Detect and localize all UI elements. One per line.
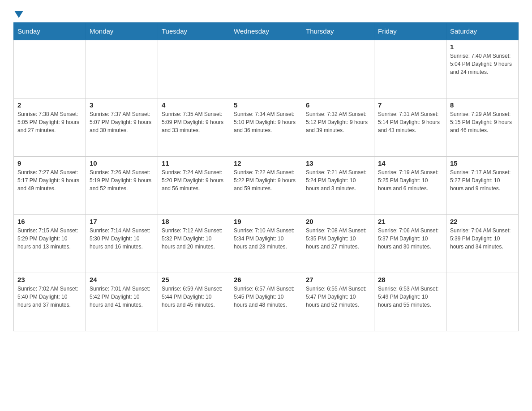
calendar-cell: 15Sunrise: 7:17 AM Sunset: 5:27 PM Dayli… — [446, 156, 519, 214]
day-info: Sunrise: 7:26 AM Sunset: 5:19 PM Dayligh… — [90, 168, 154, 193]
calendar-cell: 18Sunrise: 7:12 AM Sunset: 5:32 PM Dayli… — [158, 214, 230, 273]
day-number: 3 — [90, 101, 154, 109]
day-number: 25 — [162, 276, 226, 283]
calendar-week-2: 2Sunrise: 7:38 AM Sunset: 5:05 PM Daylig… — [14, 98, 519, 156]
calendar-cell: 10Sunrise: 7:26 AM Sunset: 5:19 PM Dayli… — [86, 156, 158, 214]
day-info: Sunrise: 6:57 AM Sunset: 5:45 PM Dayligh… — [234, 285, 298, 309]
day-number: 17 — [90, 218, 154, 225]
calendar-cell — [230, 40, 302, 98]
day-info: Sunrise: 7:01 AM Sunset: 5:42 PM Dayligh… — [90, 285, 154, 309]
day-info: Sunrise: 7:37 AM Sunset: 5:07 PM Dayligh… — [90, 110, 154, 134]
calendar-week-1: 1Sunrise: 7:40 AM Sunset: 5:04 PM Daylig… — [14, 40, 519, 98]
calendar-cell: 12Sunrise: 7:22 AM Sunset: 5:22 PM Dayli… — [230, 156, 302, 214]
calendar-cell: 5Sunrise: 7:34 AM Sunset: 5:10 PM Daylig… — [230, 98, 302, 156]
day-info: Sunrise: 7:40 AM Sunset: 5:04 PM Dayligh… — [450, 52, 515, 76]
day-number: 27 — [306, 276, 370, 283]
day-info: Sunrise: 7:27 AM Sunset: 5:17 PM Dayligh… — [17, 168, 82, 193]
calendar-cell — [446, 273, 519, 331]
day-number: 2 — [17, 101, 82, 109]
weekday-header-monday: Monday — [86, 23, 158, 40]
calendar-cell — [302, 40, 374, 98]
day-info: Sunrise: 7:12 AM Sunset: 5:32 PM Dayligh… — [162, 227, 226, 251]
day-info: Sunrise: 7:24 AM Sunset: 5:20 PM Dayligh… — [162, 168, 226, 193]
calendar-week-3: 9Sunrise: 7:27 AM Sunset: 5:17 PM Daylig… — [14, 156, 519, 214]
day-number: 20 — [306, 218, 370, 225]
day-info: Sunrise: 7:15 AM Sunset: 5:29 PM Dayligh… — [17, 227, 82, 251]
day-info: Sunrise: 7:38 AM Sunset: 5:05 PM Dayligh… — [17, 110, 82, 134]
calendar-cell: 25Sunrise: 6:59 AM Sunset: 5:44 PM Dayli… — [158, 273, 230, 331]
calendar-cell: 11Sunrise: 7:24 AM Sunset: 5:20 PM Dayli… — [158, 156, 230, 214]
calendar-cell — [374, 40, 446, 98]
day-number: 5 — [234, 101, 298, 109]
day-info: Sunrise: 6:59 AM Sunset: 5:44 PM Dayligh… — [162, 285, 226, 309]
day-info: Sunrise: 7:14 AM Sunset: 5:30 PM Dayligh… — [90, 227, 154, 251]
logo — [13, 9, 23, 18]
weekday-header-wednesday: Wednesday — [230, 23, 302, 40]
day-info: Sunrise: 7:32 AM Sunset: 5:12 PM Dayligh… — [306, 110, 370, 134]
calendar-table: SundayMondayTuesdayWednesdayThursdayFrid… — [13, 22, 519, 331]
day-number: 24 — [90, 276, 154, 283]
day-number: 9 — [17, 159, 82, 167]
calendar-cell: 16Sunrise: 7:15 AM Sunset: 5:29 PM Dayli… — [14, 214, 86, 273]
day-info: Sunrise: 7:04 AM Sunset: 5:39 PM Dayligh… — [450, 227, 515, 251]
logo-arrow-icon — [14, 11, 23, 18]
calendar-cell — [86, 40, 158, 98]
calendar-cell: 8Sunrise: 7:29 AM Sunset: 5:15 PM Daylig… — [446, 98, 519, 156]
calendar-cell: 6Sunrise: 7:32 AM Sunset: 5:12 PM Daylig… — [302, 98, 374, 156]
day-number: 18 — [162, 218, 226, 225]
day-info: Sunrise: 7:34 AM Sunset: 5:10 PM Dayligh… — [234, 110, 298, 134]
day-number: 4 — [162, 101, 226, 109]
calendar-cell: 24Sunrise: 7:01 AM Sunset: 5:42 PM Dayli… — [86, 273, 158, 331]
calendar-cell: 27Sunrise: 6:55 AM Sunset: 5:47 PM Dayli… — [302, 273, 374, 331]
calendar-cell: 21Sunrise: 7:06 AM Sunset: 5:37 PM Dayli… — [374, 214, 446, 273]
calendar-cell: 17Sunrise: 7:14 AM Sunset: 5:30 PM Dayli… — [86, 214, 158, 273]
calendar-cell: 1Sunrise: 7:40 AM Sunset: 5:04 PM Daylig… — [446, 40, 519, 98]
calendar-cell — [158, 40, 230, 98]
calendar-cell: 3Sunrise: 7:37 AM Sunset: 5:07 PM Daylig… — [86, 98, 158, 156]
day-number: 14 — [378, 159, 442, 167]
day-number: 26 — [234, 276, 298, 283]
calendar-cell: 13Sunrise: 7:21 AM Sunset: 5:24 PM Dayli… — [302, 156, 374, 214]
day-number: 21 — [378, 218, 442, 225]
day-info: Sunrise: 7:17 AM Sunset: 5:27 PM Dayligh… — [450, 168, 515, 193]
day-number: 19 — [234, 218, 298, 225]
calendar-cell: 7Sunrise: 7:31 AM Sunset: 5:14 PM Daylig… — [374, 98, 446, 156]
day-number: 12 — [234, 159, 298, 167]
day-info: Sunrise: 7:31 AM Sunset: 5:14 PM Dayligh… — [378, 110, 442, 134]
calendar-week-5: 23Sunrise: 7:02 AM Sunset: 5:40 PM Dayli… — [14, 273, 519, 331]
day-info: Sunrise: 7:22 AM Sunset: 5:22 PM Dayligh… — [234, 168, 298, 193]
day-number: 23 — [17, 276, 82, 283]
day-info: Sunrise: 6:53 AM Sunset: 5:49 PM Dayligh… — [378, 285, 442, 309]
calendar-cell: 28Sunrise: 6:53 AM Sunset: 5:49 PM Dayli… — [374, 273, 446, 331]
calendar-cell: 14Sunrise: 7:19 AM Sunset: 5:25 PM Dayli… — [374, 156, 446, 214]
day-info: Sunrise: 7:06 AM Sunset: 5:37 PM Dayligh… — [378, 227, 442, 251]
day-info: Sunrise: 7:21 AM Sunset: 5:24 PM Dayligh… — [306, 168, 370, 193]
calendar-cell — [14, 40, 86, 98]
day-number: 7 — [378, 101, 442, 109]
day-number: 8 — [450, 101, 515, 109]
day-info: Sunrise: 6:55 AM Sunset: 5:47 PM Dayligh… — [306, 285, 370, 309]
day-info: Sunrise: 7:02 AM Sunset: 5:40 PM Dayligh… — [17, 285, 82, 309]
day-info: Sunrise: 7:10 AM Sunset: 5:34 PM Dayligh… — [234, 227, 298, 251]
day-number: 11 — [162, 159, 226, 167]
day-number: 10 — [90, 159, 154, 167]
weekday-header-sunday: Sunday — [14, 23, 86, 40]
day-number: 1 — [450, 43, 515, 51]
calendar-cell: 22Sunrise: 7:04 AM Sunset: 5:39 PM Dayli… — [446, 214, 519, 273]
calendar-cell: 19Sunrise: 7:10 AM Sunset: 5:34 PM Dayli… — [230, 214, 302, 273]
day-info: Sunrise: 7:35 AM Sunset: 5:09 PM Dayligh… — [162, 110, 226, 134]
calendar-cell: 9Sunrise: 7:27 AM Sunset: 5:17 PM Daylig… — [14, 156, 86, 214]
day-number: 6 — [306, 101, 370, 109]
calendar-cell: 2Sunrise: 7:38 AM Sunset: 5:05 PM Daylig… — [14, 98, 86, 156]
page-header — [13, 9, 519, 18]
day-number: 15 — [450, 159, 515, 167]
calendar-cell: 26Sunrise: 6:57 AM Sunset: 5:45 PM Dayli… — [230, 273, 302, 331]
day-number: 22 — [450, 218, 515, 225]
weekday-header-thursday: Thursday — [302, 23, 374, 40]
weekday-header-row: SundayMondayTuesdayWednesdayThursdayFrid… — [14, 23, 519, 40]
day-info: Sunrise: 7:08 AM Sunset: 5:35 PM Dayligh… — [306, 227, 370, 251]
weekday-header-friday: Friday — [374, 23, 446, 40]
weekday-header-saturday: Saturday — [446, 23, 519, 40]
day-info: Sunrise: 7:19 AM Sunset: 5:25 PM Dayligh… — [378, 168, 442, 193]
weekday-header-tuesday: Tuesday — [158, 23, 230, 40]
